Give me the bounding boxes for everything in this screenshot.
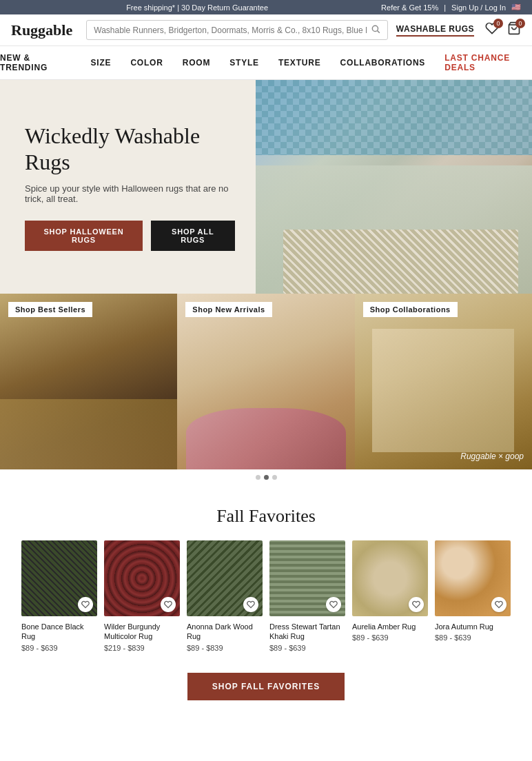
main-nav: NEW & TRENDING SIZE COLOR ROOM STYLE TEX… — [0, 46, 532, 80]
product-name-anonna-dark: Anonna Dark Wood Rug — [187, 622, 263, 642]
hero-buttons: SHOP HALLOWEEN RUGS SHOP ALL RUGS — [25, 221, 235, 251]
announcement-center: Free shipping* | 30 Day Return Guarantee — [13, 3, 381, 12]
bottom-space — [0, 714, 532, 755]
nav-item-size[interactable]: SIZE — [91, 58, 112, 68]
showcase-best-sellers[interactable]: Shop Best Sellers — [0, 294, 177, 469]
wishlist-icon-dress-stewart[interactable] — [326, 597, 341, 612]
showcase-row: Shop Best Sellers Shop New Arrivals Shop… — [0, 294, 532, 469]
product-card-aurelia-amber[interactable]: Aurelia Amber Rug $89 - $639 — [352, 540, 428, 652]
shop-fall-favorites-button[interactable]: SHOP FALL FAVORITES — [187, 673, 345, 700]
product-image-dress-stewart — [269, 540, 345, 616]
wishlist-icon-aurelia-amber[interactable] — [409, 597, 424, 612]
product-image-aurelia-amber — [352, 540, 428, 616]
svg-point-0 — [372, 26, 378, 31]
wishlist-count: 0 — [493, 19, 503, 28]
wishlist-icon-bone-dance[interactable] — [78, 597, 93, 612]
wishlist-button[interactable]: 0 — [485, 21, 499, 39]
product-name-aurelia-amber: Aurelia Amber Rug — [352, 622, 428, 631]
product-card-anonna-dark[interactable]: Anonna Dark Wood Rug $89 - $839 — [187, 540, 263, 652]
sign-in-link[interactable]: Sign Up / Log In — [451, 3, 506, 12]
cart-count: 0 — [515, 19, 525, 28]
wishlist-icon-anonna-dark[interactable] — [243, 597, 258, 612]
header-icons: 0 0 — [485, 21, 521, 39]
hero-image — [256, 80, 532, 294]
product-card-wilder-burgundy[interactable]: Wilder Burgundy Multicolor Rug $219 - $8… — [104, 540, 180, 652]
carousel-dot-3[interactable] — [272, 475, 277, 480]
product-price-bone-dance: $89 - $639 — [21, 644, 97, 652]
product-name-bone-dance: Bone Dance Black Rug — [21, 622, 97, 642]
header: Ruggable WASHABLE RUGS 0 0 — [0, 14, 532, 46]
announcement-bar: Free shipping* | 30 Day Return Guarantee… — [0, 0, 532, 14]
showcase-label-collaborations[interactable]: Shop Collaborations — [363, 302, 458, 317]
showcase-new-arrivals[interactable]: Shop New Arrivals — [177, 294, 354, 469]
shop-halloween-button[interactable]: SHOP HALLOWEEN RUGS — [25, 221, 143, 251]
product-image-bone-dance — [21, 540, 97, 616]
product-name-wilder-burgundy: Wilder Burgundy Multicolor Rug — [104, 622, 180, 642]
hero-section: Wickedly Washable Rugs Spice up your sty… — [0, 80, 532, 294]
product-name-dress-stewart: Dress Stewart Tartan Khaki Rug — [269, 622, 345, 642]
showcase-label-best-sellers[interactable]: Shop Best Sellers — [8, 302, 92, 317]
nav-item-last-chance[interactable]: LAST CHANCE DEALS — [444, 53, 532, 72]
product-price-dress-stewart: $89 - $639 — [269, 644, 345, 652]
nav-item-color[interactable]: COLOR — [130, 58, 163, 68]
hero-left: Wickedly Washable Rugs Spice up your sty… — [0, 80, 256, 294]
search-input[interactable] — [94, 26, 367, 35]
svg-line-1 — [377, 31, 379, 33]
wishlist-icon-jora-autumn[interactable] — [491, 597, 507, 612]
carousel-dot-1[interactable] — [256, 475, 260, 480]
product-card-dress-stewart[interactable]: Dress Stewart Tartan Khaki Rug $89 - $63… — [269, 540, 345, 652]
hero-subtitle: Spice up your style with Halloween rugs … — [25, 183, 235, 204]
wishlist-icon-wilder-burgundy[interactable] — [161, 597, 176, 612]
fall-favorites-section: Fall Favorites Bone Dance Black Rug $89 … — [0, 485, 532, 714]
product-price-jora-autumn: $89 - $639 — [435, 633, 511, 642]
announcement-right: Refer & Get 15% | Sign Up / Log In 🇺🇸 — [381, 3, 521, 12]
separator: | — [444, 3, 446, 12]
cart-button[interactable]: 0 — [507, 21, 521, 39]
flag-icon: 🇺🇸 — [511, 3, 521, 12]
announcement-left — [11, 3, 13, 12]
hero-title: Wickedly Washable Rugs — [25, 123, 235, 176]
nav-item-room[interactable]: ROOM — [183, 58, 211, 68]
refer-promo[interactable]: Refer & Get 15% — [381, 3, 438, 12]
brand-collaboration-label: Ruggable × goop — [460, 451, 524, 461]
shop-all-rugs-button[interactable]: SHOP ALL RUGS — [151, 221, 235, 251]
nav-item-new-trending[interactable]: NEW & TRENDING — [0, 53, 72, 72]
product-price-wilder-burgundy: $219 - $839 — [104, 644, 180, 652]
search-bar[interactable] — [86, 20, 388, 40]
fall-favorites-title: Fall Favorites — [14, 506, 518, 527]
showcase-label-new-arrivals[interactable]: Shop New Arrivals — [185, 302, 272, 317]
product-card-bone-dance[interactable]: Bone Dance Black Rug $89 - $639 — [21, 540, 97, 652]
header-right: WASHABLE RUGS 0 0 — [396, 21, 521, 39]
carousel-dots — [0, 469, 532, 485]
product-image-jora-autumn — [435, 540, 511, 616]
product-price-anonna-dark: $89 - $839 — [187, 644, 263, 652]
nav-item-collaborations[interactable]: COLLABORATIONS — [340, 58, 426, 68]
search-icon[interactable] — [371, 24, 380, 36]
washable-rugs-nav[interactable]: WASHABLE RUGS — [396, 24, 474, 37]
product-card-jora-autumn[interactable]: Jora Autumn Rug $89 - $639 — [435, 540, 511, 652]
products-row: Bone Dance Black Rug $89 - $639 Wilder B… — [14, 540, 518, 652]
product-image-wilder-burgundy — [104, 540, 180, 616]
product-name-jora-autumn: Jora Autumn Rug — [435, 622, 511, 631]
product-price-aurelia-amber: $89 - $639 — [352, 633, 428, 642]
carousel-dot-2[interactable] — [264, 475, 269, 480]
nav-item-style[interactable]: STYLE — [229, 58, 259, 68]
product-image-anonna-dark — [187, 540, 263, 616]
nav-item-texture[interactable]: TEXTURE — [278, 58, 321, 68]
showcase-collaborations[interactable]: Shop Collaborations Ruggable × goop — [355, 294, 532, 469]
logo[interactable]: Ruggable — [11, 21, 72, 39]
